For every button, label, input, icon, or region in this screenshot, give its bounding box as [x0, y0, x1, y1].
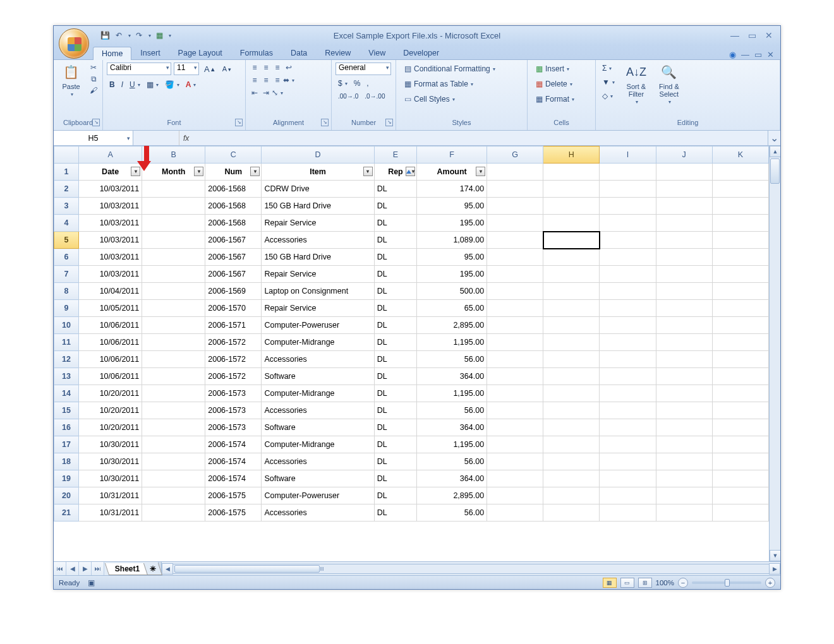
sheet-tab-sheet1[interactable]: Sheet1 — [105, 563, 150, 575]
cell[interactable] — [600, 436, 656, 453]
align-middle-icon[interactable]: ≡ — [261, 63, 271, 73]
cell[interactable] — [712, 470, 768, 487]
cell[interactable] — [543, 181, 600, 198]
cell[interactable] — [712, 385, 768, 402]
filter-month-icon[interactable]: ▾ — [194, 167, 203, 176]
cell[interactable] — [656, 351, 712, 368]
cell[interactable]: 10/03/2011 — [79, 232, 142, 249]
row-header-16[interactable]: 16 — [54, 419, 79, 436]
row-header-21[interactable]: 21 — [54, 504, 79, 522]
cell[interactable] — [600, 300, 656, 317]
cell[interactable] — [600, 334, 656, 351]
format-as-table-button[interactable]: ▦Format as Table▾ — [400, 78, 498, 90]
cell[interactable]: 56.00 — [417, 504, 487, 522]
cell[interactable] — [656, 249, 712, 266]
format-painter-icon[interactable]: 🖌 — [88, 85, 99, 95]
cell[interactable]: CDRW Drive — [262, 181, 374, 198]
cell[interactable]: DL — [374, 283, 416, 300]
cell[interactable]: DL — [374, 402, 416, 419]
align-right-icon[interactable]: ≡ — [272, 75, 282, 85]
cell[interactable]: 150 GB Hard Drive — [262, 198, 374, 215]
cell[interactable] — [712, 181, 768, 198]
tab-view[interactable]: View — [360, 46, 394, 59]
cell[interactable] — [712, 232, 768, 249]
cell[interactable] — [543, 402, 600, 419]
cell[interactable] — [656, 436, 712, 453]
italic-button[interactable]: I — [119, 79, 126, 90]
percent-icon[interactable]: % — [351, 78, 363, 89]
cell[interactable]: 2006-1567 — [205, 232, 262, 249]
align-top-icon[interactable]: ≡ — [250, 63, 260, 73]
cell[interactable] — [712, 215, 768, 232]
scroll-right-icon[interactable]: ▶ — [769, 563, 780, 575]
cell[interactable] — [487, 385, 543, 402]
cell[interactable]: DL — [374, 453, 416, 470]
cell[interactable]: 1,195.00 — [417, 436, 487, 453]
cell[interactable] — [487, 419, 543, 436]
cell[interactable] — [600, 249, 656, 266]
font-dialog-icon[interactable]: ↘ — [235, 119, 243, 126]
row-header-6[interactable]: 6 — [54, 249, 79, 266]
cell[interactable]: 10/20/2011 — [79, 402, 142, 419]
cell[interactable] — [656, 419, 712, 436]
cell[interactable] — [712, 300, 768, 317]
filter-num-icon[interactable]: ▾ — [250, 167, 260, 176]
find-select-button[interactable]: 🔍 Find & Select▾ — [655, 63, 683, 105]
row-header-11[interactable]: 11 — [54, 334, 79, 351]
col-header-F[interactable]: F — [417, 146, 487, 164]
cell[interactable]: 195.00 — [417, 266, 487, 283]
cell[interactable]: DL — [374, 385, 416, 402]
next-sheet-icon[interactable]: ▶ — [79, 562, 92, 575]
number-format-select[interactable]: General — [335, 63, 391, 75]
cell[interactable] — [487, 334, 543, 351]
cell[interactable] — [142, 402, 205, 419]
row-header-10[interactable]: 10 — [54, 317, 79, 334]
cell[interactable]: 2006-1572 — [205, 351, 262, 368]
zoom-out-icon[interactable]: − — [678, 578, 688, 588]
active-cell[interactable] — [543, 232, 600, 249]
grid[interactable]: ABCDEFGHIJK1Date▾Month▾Num▾Item▾Rep▾Amou… — [54, 146, 769, 561]
cell[interactable]: 10/06/2011 — [79, 334, 142, 351]
qat-customize-icon[interactable]: ▾ — [169, 33, 171, 39]
cell[interactable] — [656, 385, 712, 402]
cell[interactable] — [543, 317, 600, 334]
cell[interactable]: 2006-1574 — [205, 453, 262, 470]
align-bottom-icon[interactable]: ≡ — [272, 63, 282, 73]
cell[interactable]: DL — [374, 334, 416, 351]
cell[interactable]: 1,089.00 — [417, 232, 487, 249]
cell[interactable]: 1,195.00 — [417, 334, 487, 351]
cell[interactable]: Repair Service — [262, 266, 374, 283]
cell[interactable] — [142, 504, 205, 522]
cell[interactable]: Accessories — [262, 232, 374, 249]
cell[interactable]: Computer-Poweruser — [262, 317, 374, 334]
cell[interactable] — [142, 266, 205, 283]
cell[interactable]: 10/20/2011 — [79, 419, 142, 436]
cell[interactable] — [543, 351, 600, 368]
cell[interactable] — [543, 419, 600, 436]
cell[interactable]: DL — [374, 300, 416, 317]
cell[interactable] — [487, 232, 543, 249]
cell[interactable] — [712, 198, 768, 215]
tab-page-layout[interactable]: Page Layout — [169, 46, 231, 59]
cell[interactable] — [600, 504, 656, 522]
fill-icon[interactable]: ▼▾ — [600, 76, 617, 88]
cell[interactable] — [712, 283, 768, 300]
cell[interactable] — [656, 300, 712, 317]
align-left-icon[interactable]: ≡ — [250, 75, 260, 85]
decrease-font-icon[interactable]: A▾ — [220, 64, 234, 74]
zoom-thumb[interactable] — [725, 579, 730, 587]
cell[interactable] — [487, 487, 543, 504]
fill-color-icon[interactable]: 🪣▾ — [162, 79, 182, 90]
first-sheet-icon[interactable]: ⏮ — [54, 562, 66, 575]
cell[interactable]: DL — [374, 181, 416, 198]
scroll-left-icon[interactable]: ◀ — [162, 563, 173, 575]
row-header-1[interactable]: 1 — [54, 164, 79, 181]
cell[interactable] — [487, 164, 543, 181]
cell[interactable]: DL — [374, 470, 416, 487]
cell[interactable] — [712, 334, 768, 351]
cell[interactable]: DL — [374, 419, 416, 436]
filter-amount-icon[interactable]: ▾ — [476, 167, 485, 176]
cell[interactable] — [543, 266, 600, 283]
cell[interactable]: 2006-1567 — [205, 249, 262, 266]
cell[interactable]: DL — [374, 436, 416, 453]
